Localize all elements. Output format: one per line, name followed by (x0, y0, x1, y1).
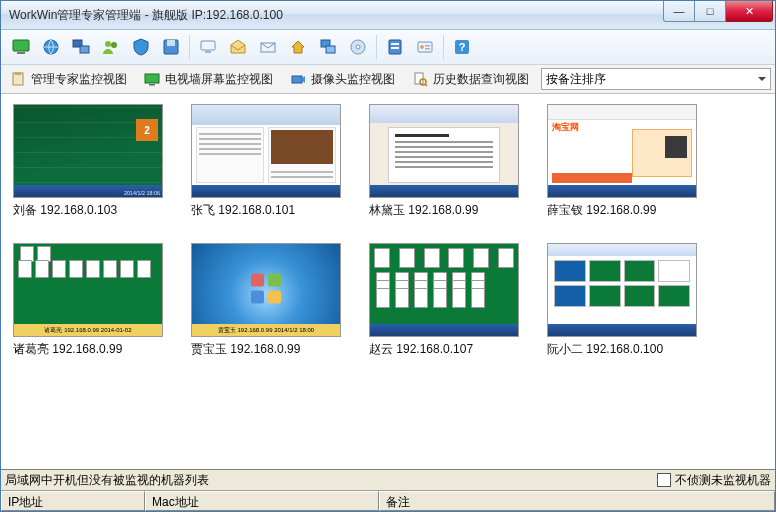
tv-icon (143, 70, 161, 88)
window-title: WorkWin管理专家管理端 - 旗舰版 IP:192.168.0.100 (9, 7, 663, 24)
idcard-icon[interactable] (411, 33, 439, 61)
maximize-button[interactable]: □ (695, 1, 726, 22)
client-screenshot[interactable]: 淘宝网 (547, 104, 697, 198)
client-screenshot[interactable]: 贾宝玉 192.168.0.99 2014/1/2 18:00 (191, 243, 341, 337)
client-caption: 赵云 192.168.0.107 (369, 341, 519, 358)
svg-rect-9 (201, 41, 215, 50)
toolbar-separator (443, 35, 444, 59)
app-window: WorkWin管理专家管理端 - 旗舰版 IP:192.168.0.100 — … (0, 0, 776, 512)
doc-search-icon (411, 70, 429, 88)
svg-rect-17 (391, 43, 399, 45)
globe-icon[interactable] (37, 33, 65, 61)
pc-icon[interactable] (194, 33, 222, 61)
no-detect-checkbox[interactable]: 不侦测未监视机器 (657, 472, 771, 489)
svg-point-5 (105, 41, 111, 47)
svg-rect-4 (80, 46, 89, 53)
client-caption: 张飞 192.168.0.101 (191, 202, 341, 219)
tab-history[interactable]: 历史数据查询视图 (407, 68, 533, 90)
svg-rect-10 (205, 51, 211, 53)
unmonitored-title: 局域网中开机但没有被监视的机器列表 (5, 472, 657, 489)
client-caption: 刘备 192.168.0.103 (13, 202, 163, 219)
toolbar-separator (376, 35, 377, 59)
svg-rect-18 (391, 47, 399, 49)
client-screenshot[interactable] (547, 243, 697, 337)
svg-rect-21 (425, 45, 430, 47)
svg-rect-26 (15, 72, 21, 75)
svg-rect-29 (292, 76, 302, 83)
tab-monitor-expert[interactable]: 管理专家监控视图 (5, 68, 131, 90)
svg-rect-1 (17, 52, 25, 54)
tab-label: 历史数据查询视图 (433, 71, 529, 88)
sort-dropdown-value: 按备注排序 (546, 71, 606, 88)
client-thumbnail[interactable]: 22014/1/2 18:06刘备 192.168.0.103 (13, 104, 163, 219)
camera-icon (289, 70, 307, 88)
titlebar[interactable]: WorkWin管理专家管理端 - 旗舰版 IP:192.168.0.100 — … (1, 1, 775, 30)
client-screenshot[interactable]: 诸葛亮 192.168.0.99 2014-01-02 (13, 243, 163, 337)
col-ip[interactable]: IP地址 (1, 491, 145, 511)
checkbox-label: 不侦测未监视机器 (675, 472, 771, 489)
client-thumbnail[interactable]: 阮小二 192.168.0.100 (547, 243, 697, 358)
svg-point-6 (111, 42, 117, 48)
svg-rect-28 (149, 84, 155, 86)
client-caption: 林黛玉 192.168.0.99 (369, 202, 519, 219)
client-thumbnail[interactable]: 淘宝网薛宝钗 192.168.0.99 (547, 104, 697, 219)
client-thumbnail[interactable]: 赵云 192.168.0.107 (369, 243, 519, 358)
users-icon[interactable] (97, 33, 125, 61)
window-controls: — □ ✕ (663, 1, 773, 21)
tab-tv-wall[interactable]: 电视墙屏幕监控视图 (139, 68, 277, 90)
disk-icon[interactable] (157, 33, 185, 61)
col-mac[interactable]: Mac地址 (145, 491, 379, 511)
clipboard-icon (9, 70, 27, 88)
client-caption: 贾宝玉 192.168.0.99 (191, 341, 341, 358)
minimize-button[interactable]: — (663, 1, 695, 22)
svg-rect-27 (145, 74, 159, 83)
copy-screens-icon[interactable] (314, 33, 342, 61)
client-thumbnail[interactable]: 诸葛亮 192.168.0.99 2014-01-02诸葛亮 192.168.0… (13, 243, 163, 358)
client-thumbnail[interactable]: 张飞 192.168.0.101 (191, 104, 341, 219)
client-thumbnail[interactable]: 林黛玉 192.168.0.99 (369, 104, 519, 219)
client-screenshot[interactable] (191, 104, 341, 198)
mail-open-icon[interactable] (224, 33, 252, 61)
home-arrow-icon[interactable] (284, 33, 312, 61)
svg-rect-0 (13, 40, 29, 51)
unmonitored-panel: 局域网中开机但没有被监视的机器列表 不侦测未监视机器 IP地址 Mac地址 备注 (1, 469, 775, 511)
thumbnail-area: 22014/1/2 18:06刘备 192.168.0.103张飞 192.16… (1, 94, 775, 469)
svg-rect-13 (326, 46, 335, 53)
checkbox-box (657, 473, 671, 487)
addressbook-icon[interactable] (381, 33, 409, 61)
svg-point-15 (356, 45, 360, 49)
unmonitored-header: 局域网中开机但没有被监视的机器列表 不侦测未监视机器 (1, 470, 775, 491)
cd-icon[interactable] (344, 33, 372, 61)
client-caption: 诸葛亮 192.168.0.99 (13, 341, 163, 358)
toolbar-separator (189, 35, 190, 59)
thumbnail-grid: 22014/1/2 18:06刘备 192.168.0.103张飞 192.16… (13, 104, 763, 358)
monitor-green-icon[interactable] (7, 33, 35, 61)
mail-icon[interactable] (254, 33, 282, 61)
col-note[interactable]: 备注 (379, 491, 775, 511)
close-button[interactable]: ✕ (726, 1, 773, 22)
client-caption: 薛宝钗 192.168.0.99 (547, 202, 697, 219)
client-screenshot[interactable] (369, 243, 519, 337)
tab-camera[interactable]: 摄像头监控视图 (285, 68, 399, 90)
svg-point-20 (420, 45, 424, 49)
svg-rect-8 (167, 40, 175, 46)
tab-label: 管理专家监控视图 (31, 71, 127, 88)
unmonitored-columns: IP地址 Mac地址 备注 (1, 491, 775, 511)
tab-label: 摄像头监控视图 (311, 71, 395, 88)
client-screenshot[interactable] (369, 104, 519, 198)
svg-line-32 (425, 84, 427, 86)
shield-icon[interactable] (127, 33, 155, 61)
client-thumbnail[interactable]: 贾宝玉 192.168.0.99 2014/1/2 18:00贾宝玉 192.1… (191, 243, 341, 358)
sort-dropdown[interactable]: 按备注排序 (541, 68, 771, 90)
tab-label: 电视墙屏幕监控视图 (165, 71, 273, 88)
client-caption: 阮小二 192.168.0.100 (547, 341, 697, 358)
screens-icon[interactable] (67, 33, 95, 61)
svg-rect-22 (425, 48, 430, 50)
svg-text:?: ? (459, 41, 466, 53)
main-toolbar: ? (1, 30, 775, 65)
client-screenshot[interactable]: 22014/1/2 18:06 (13, 104, 163, 198)
view-tabstrip: 管理专家监控视图 电视墙屏幕监控视图 摄像头监控视图 历史数据查询视图 按备注排… (1, 65, 775, 94)
help-icon[interactable]: ? (448, 33, 476, 61)
